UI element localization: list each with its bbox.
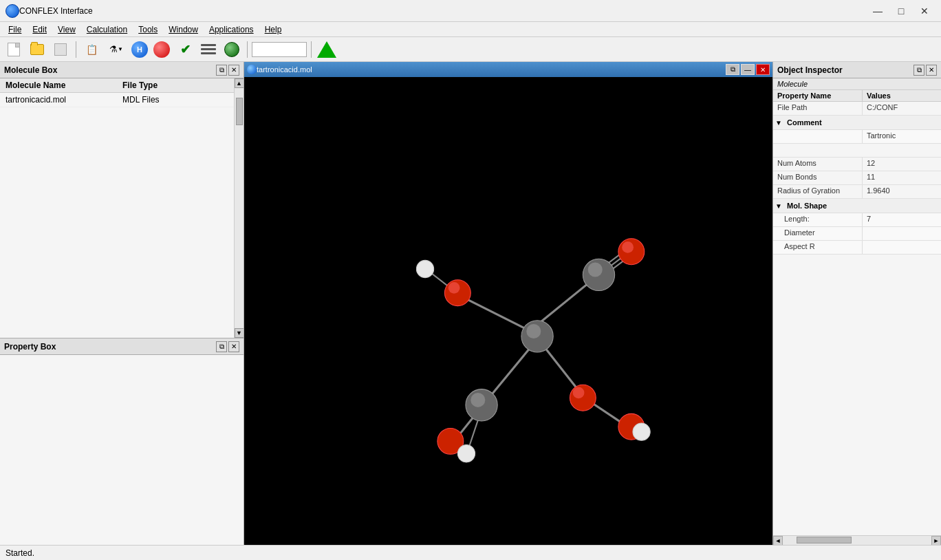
mdi-window-title: tartronicacid.mol: [257, 65, 724, 74]
status-text: Started.: [6, 548, 34, 558]
model-button[interactable]: ⚗ ▼: [104, 39, 129, 60]
molecule-name-cell: tartronicacid.mol: [0, 93, 117, 107]
molecule-box-scrollbar[interactable]: ▲ ▼: [234, 78, 244, 338]
object-inspector-header: Object Inspector ⧉ ✕: [773, 62, 941, 78]
menu-help[interactable]: Help: [259, 23, 288, 36]
property-box: Property Box ⧉ ✕: [0, 338, 244, 545]
file-type-col-header: File Type: [117, 78, 234, 92]
svg-point-24: [448, 282, 460, 294]
inspector-horizontal-scrollbar[interactable]: ◄ ►: [773, 535, 941, 545]
mdi-minimize-button[interactable]: —: [741, 64, 755, 75]
num-atoms-prop: Num Atoms: [773, 158, 863, 171]
molecule-box-header: Molecule Box ⧉ ✕: [0, 62, 244, 78]
scrollbar-thumb[interactable]: [236, 98, 243, 125]
inspector-column-headers: Property Name Values: [773, 90, 941, 102]
check-button[interactable]: ✔: [174, 39, 196, 60]
status-bar: Started.: [0, 545, 941, 560]
list-item: Aspect R: [773, 241, 941, 255]
list-item: Diameter: [773, 227, 941, 241]
svg-point-22: [457, 445, 475, 462]
open-folder-icon: [30, 44, 44, 55]
separator-1: [76, 41, 76, 58]
save-button[interactable]: [50, 39, 72, 60]
list-item: Tartronic: [773, 130, 941, 144]
mol-shape-expand-icon[interactable]: ▼: [773, 199, 784, 213]
inspector-restore-button[interactable]: ⧉: [913, 65, 924, 76]
inspector-section-label: Molecule: [773, 78, 941, 90]
check-icon: ✔: [180, 42, 191, 57]
table-row[interactable]: tartronicacid.mol MDL Files: [0, 93, 234, 107]
property-box-close-button[interactable]: ✕: [228, 341, 239, 352]
menu-tools[interactable]: Tools: [133, 23, 163, 36]
new-doc-button[interactable]: [3, 39, 25, 60]
property-box-restore-button[interactable]: ⧉: [216, 341, 227, 352]
comment-expand-icon[interactable]: ▼: [773, 116, 784, 129]
comment-indent: [773, 130, 863, 143]
file-path-prop: File Path: [773, 102, 863, 115]
menu-calculation[interactable]: Calculation: [81, 23, 133, 36]
menu-edit[interactable]: Edit: [27, 23, 52, 36]
molecule-box-restore-button[interactable]: ⧉: [216, 65, 227, 76]
svg-point-21: [416, 260, 433, 277]
maximize-button[interactable]: □: [890, 4, 912, 18]
num-atoms-val: 12: [863, 158, 941, 171]
new-doc-icon: [8, 43, 20, 56]
separator-3: [311, 41, 312, 58]
list-item: [773, 144, 941, 158]
property-box-header: Property Box ⧉ ✕: [0, 338, 244, 355]
svg-point-23: [633, 423, 650, 440]
svg-point-27: [526, 324, 541, 338]
toolbar: 📋 ⚗ ▼ H ✔: [0, 37, 941, 62]
molecule-box: Molecule Box ⧉ ✕ Molecule Name File Type…: [0, 62, 244, 338]
list-item: File Path C:/CONF: [773, 102, 941, 116]
property-box-controls: ⧉ ✕: [216, 341, 239, 352]
menu-file[interactable]: File: [3, 23, 27, 36]
center-area: tartronicacid.mol ⧉ — ✕: [244, 62, 772, 545]
length-val: 7: [863, 213, 941, 226]
property-box-title: Property Box: [4, 342, 216, 352]
sphere-button[interactable]: [221, 39, 243, 60]
hscroll-thumb[interactable]: [797, 537, 852, 543]
h-button[interactable]: H: [130, 39, 149, 60]
molecule-box-title: Molecule Box: [4, 65, 216, 75]
dropdown-icon: ▼: [118, 46, 123, 52]
run-button[interactable]: [316, 39, 338, 60]
mol-shape-group-name: Mol. Shape: [784, 200, 941, 211]
values-col-header: Values: [863, 90, 941, 101]
inspector-controls: ⧉ ✕: [913, 65, 937, 76]
file-type-cell: MDL Files: [117, 93, 234, 107]
menu-window[interactable]: Window: [163, 23, 204, 36]
radius-gyration-prop: Radius of Gyration: [773, 185, 863, 198]
svg-point-26: [622, 241, 634, 253]
copy-icon: 📋: [86, 44, 98, 55]
mdi-titlebar: tartronicacid.mol ⧉ — ✕: [244, 62, 772, 77]
mdi-close-button[interactable]: ✕: [756, 64, 770, 75]
length-prop: Length:: [773, 213, 863, 226]
molecule-box-close-button[interactable]: ✕: [228, 65, 239, 76]
mdi-restore-button[interactable]: ⧉: [726, 64, 739, 75]
model-icon: ⚗: [109, 44, 118, 54]
toolbar-text-input[interactable]: [252, 42, 307, 57]
menu-bar: File Edit View Calculation Tools Window …: [0, 22, 941, 37]
inspector-close-button[interactable]: ✕: [926, 65, 937, 76]
list-button[interactable]: [197, 39, 219, 60]
property-box-content: [0, 355, 244, 545]
stop-button[interactable]: [151, 39, 173, 60]
hscroll-left-btn[interactable]: ◄: [773, 536, 783, 546]
comment-group: ▼ Comment: [773, 116, 941, 130]
scrollbar-up-btn[interactable]: ▲: [235, 78, 244, 88]
scrollbar-down-btn[interactable]: ▼: [235, 328, 244, 338]
menu-view[interactable]: View: [52, 23, 81, 36]
minimize-button[interactable]: —: [867, 4, 889, 18]
molecule-table: Molecule Name File Type tartronicacid.mo…: [0, 78, 234, 338]
mdi-logo-icon: [247, 65, 257, 74]
copy-button[interactable]: 📋: [80, 39, 102, 60]
menu-applications[interactable]: Applications: [204, 23, 259, 36]
svg-point-25: [573, 387, 585, 398]
separator-2: [247, 41, 248, 58]
hscroll-track[interactable]: [783, 536, 931, 546]
hscroll-right-btn[interactable]: ►: [931, 536, 941, 546]
close-button[interactable]: ✕: [913, 4, 935, 18]
open-button[interactable]: [26, 39, 48, 60]
molecule-table-header: Molecule Name File Type: [0, 78, 234, 93]
